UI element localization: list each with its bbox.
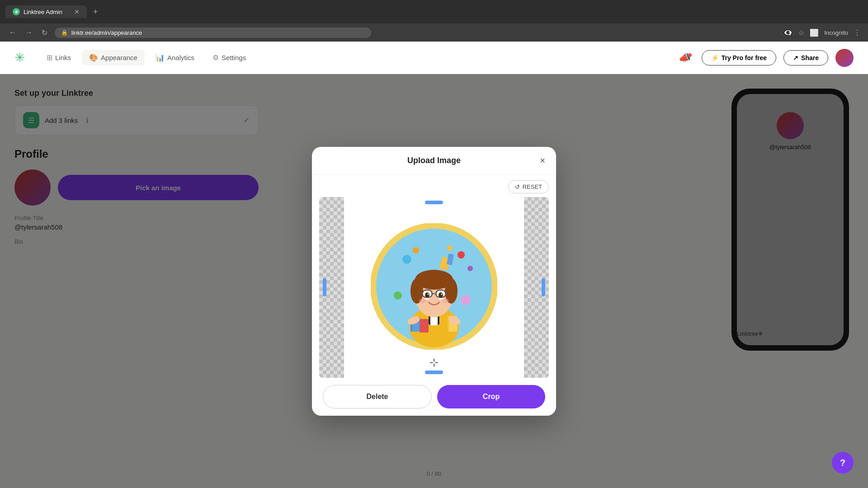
delete-button[interactable]: Delete bbox=[323, 385, 432, 408]
linktree-logo[interactable]: ✳ bbox=[14, 50, 25, 65]
crop-handle-left[interactable] bbox=[323, 278, 326, 296]
crop-illustration-container bbox=[371, 223, 497, 352]
svg-point-31 bbox=[442, 299, 449, 303]
tab-close-button[interactable]: ✕ bbox=[74, 8, 80, 15]
new-tab-button[interactable]: + bbox=[93, 7, 98, 17]
svg-point-26 bbox=[425, 292, 429, 298]
address-bar[interactable]: 🔒 linktr.ee/admin/appearance bbox=[55, 28, 371, 38]
browser-tab[interactable]: ✳ Linktree Admin ✕ bbox=[5, 5, 87, 18]
crop-button[interactable]: Crop bbox=[437, 385, 545, 408]
svg-point-2 bbox=[402, 255, 411, 264]
browser-chrome: ✳ Linktree Admin ✕ + bbox=[0, 0, 868, 23]
upload-image-modal: Upload Image × ↺ RESET bbox=[312, 147, 556, 416]
extension-icon: 👁‍🗨 bbox=[783, 28, 793, 37]
svg-point-5 bbox=[467, 266, 473, 271]
reset-button[interactable]: ↺ RESET bbox=[508, 180, 549, 193]
tab-title: Linktree Admin bbox=[24, 9, 62, 15]
notification-dot bbox=[688, 53, 692, 57]
nav-appearance-label: Appearance bbox=[101, 54, 137, 61]
svg-rect-34 bbox=[420, 319, 429, 333]
svg-point-3 bbox=[413, 247, 419, 253]
modal-footer: Delete Crop bbox=[312, 378, 556, 416]
address-bar-row: ← → ↻ 🔒 linktr.ee/admin/appearance 👁‍🗨 ☆… bbox=[0, 23, 868, 42]
main-content: Set up your Linktree ☰ Add 3 links ℹ ✓ P… bbox=[0, 74, 868, 488]
svg-point-8 bbox=[447, 245, 453, 251]
lightning-icon: ⚡ bbox=[711, 54, 719, 61]
modal-title: Upload Image bbox=[407, 156, 461, 165]
nav-analytics[interactable]: 📊 Analytics bbox=[148, 50, 202, 66]
crop-handle-top[interactable] bbox=[425, 201, 443, 204]
svg-point-30 bbox=[419, 299, 426, 303]
svg-point-28 bbox=[428, 293, 429, 295]
move-cursor-icon: ⊹ bbox=[429, 356, 439, 369]
lock-icon: 🔒 bbox=[61, 29, 68, 36]
modal-close-button[interactable]: × bbox=[538, 154, 547, 168]
nav-links[interactable]: ⊞ Links bbox=[39, 50, 78, 66]
svg-point-6 bbox=[394, 291, 402, 300]
nav-links-label: Links bbox=[55, 54, 71, 61]
crop-handle-right[interactable] bbox=[542, 278, 545, 296]
back-button[interactable]: ← bbox=[7, 27, 18, 38]
try-pro-button[interactable]: ⚡ Try Pro for free bbox=[702, 50, 776, 66]
split-view-icon[interactable]: ⬜ bbox=[810, 28, 819, 37]
tab-favicon: ✳ bbox=[13, 8, 20, 15]
nav-analytics-label: Analytics bbox=[167, 54, 194, 61]
share-button[interactable]: ↗ Share bbox=[783, 50, 828, 66]
refresh-button[interactable]: ↻ bbox=[40, 27, 49, 39]
svg-point-27 bbox=[439, 292, 443, 298]
appearance-icon: 🎨 bbox=[89, 53, 98, 62]
reset-label: RESET bbox=[523, 183, 542, 190]
teacher-illustration bbox=[371, 223, 497, 350]
share-icon: ↗ bbox=[793, 54, 798, 61]
nav-appearance[interactable]: 🎨 Appearance bbox=[82, 50, 145, 66]
svg-point-4 bbox=[458, 251, 465, 258]
crop-canvas[interactable]: ⊹ bbox=[319, 197, 549, 378]
modal-crop-area: ↺ RESET bbox=[312, 175, 556, 378]
links-icon: ⊞ bbox=[47, 53, 52, 62]
settings-icon: ⚙ bbox=[212, 53, 219, 62]
url-text: linktr.ee/admin/appearance bbox=[71, 29, 142, 36]
crop-handle-bottom[interactable] bbox=[425, 371, 443, 374]
user-avatar[interactable] bbox=[835, 49, 854, 67]
incognito-label: Incognito bbox=[824, 29, 848, 36]
nav-settings-label: Settings bbox=[222, 54, 246, 61]
help-button[interactable]: ? bbox=[832, 452, 854, 474]
modal-header: Upload Image × bbox=[312, 147, 556, 175]
modal-overlay[interactable]: Upload Image × ↺ RESET bbox=[0, 74, 868, 488]
nav-settings[interactable]: ⚙ Settings bbox=[205, 50, 253, 66]
main-nav: ⊞ Links 🎨 Appearance 📊 Analytics ⚙ Setti… bbox=[39, 50, 253, 66]
header-right: 📣 ⚡ Try Pro for free ↗ Share bbox=[679, 49, 854, 67]
menu-icon[interactable]: ⋮ bbox=[854, 28, 861, 37]
crop-toolbar: ↺ RESET bbox=[319, 180, 549, 193]
address-bar-actions: 👁‍🗨 ☆ ⬜ Incognito ⋮ bbox=[783, 28, 861, 37]
svg-point-7 bbox=[461, 295, 471, 305]
try-pro-label: Try Pro for free bbox=[722, 54, 767, 61]
svg-point-29 bbox=[441, 293, 443, 295]
bookmark-icon[interactable]: ☆ bbox=[798, 28, 804, 37]
analytics-icon: 📊 bbox=[156, 53, 165, 62]
app-header: ✳ ⊞ Links 🎨 Appearance 📊 Analytics ⚙ Set… bbox=[0, 42, 868, 74]
share-label: Share bbox=[801, 54, 819, 61]
reset-icon: ↺ bbox=[515, 183, 520, 190]
forward-button[interactable]: → bbox=[24, 27, 34, 38]
